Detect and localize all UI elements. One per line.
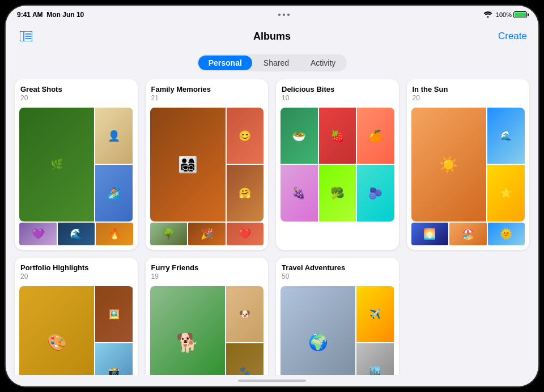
albums-scroll[interactable]: Great Shots 20 🌿 👤 🏄 [6,79,538,375]
album-count: 50 [282,272,393,280]
album-name: Furry Friends [151,263,263,272]
dot-1 [278,14,280,16]
album-furry-friends[interactable]: Furry Friends 19 🐕 🐶 🐾 🦴 🌱 🐾 [146,258,269,376]
battery-fill [515,12,526,17]
album-name: Travel Adventures [282,263,393,272]
status-time: 9:41 AM Mon Jun 10 [17,11,84,19]
tab-personal[interactable]: Personal [198,56,252,70]
album-great-shots[interactable]: Great Shots 20 🌿 👤 🏄 [15,79,138,250]
home-bar [238,380,306,382]
album-travel-adventures[interactable]: Travel Adventures 50 🌍 ✈️ 🏙️ 🗺️ 🌄 🏕️ [276,258,399,376]
tab-activity[interactable]: Activity [300,56,346,70]
wifi-icon [483,11,492,19]
album-name: Delicious Bites [282,85,393,93]
battery-container: 100% [496,11,527,18]
create-button[interactable]: Create [498,31,527,42]
album-name: Family Memories [151,85,263,93]
sidebar-toggle-button[interactable] [17,27,35,45]
album-in-the-sun[interactable]: In the Sun 20 ☀️ 🌊 ⭐ 🌅 🏖️ 🌞 [407,79,530,250]
home-indicator [6,375,538,386]
battery-icon [513,11,527,18]
albums-grid: Great Shots 20 🌿 👤 🏄 [15,79,529,375]
album-count: 19 [151,272,263,280]
segmented-control-wrapper: Personal Shared Activity [6,49,538,79]
album-count: 21 [151,94,263,102]
status-bar: 9:41 AM Mon Jun 10 100% [6,6,538,24]
album-portfolio-highlights[interactable]: Portfolio Highlights 20 🎨 🖼️ 📸 🌸 🏔️ 🌿 [15,258,138,376]
battery-percent: 100% [496,11,512,18]
album-name: Portfolio Highlights [20,263,132,272]
nav-bar: Albums Create [6,24,538,49]
segmented-control: Personal Shared Activity [197,54,347,71]
photo-cell: 🏄 [95,165,133,221]
status-right: 100% [483,11,527,19]
album-count: 20 [20,94,132,102]
album-name: In the Sun [413,85,524,93]
page-title: Albums [253,31,291,42]
album-count: 20 [20,272,132,280]
tab-shared[interactable]: Shared [253,56,299,70]
status-center-dots [278,14,290,16]
ipad-screen: 9:41 AM Mon Jun 10 100% [6,6,538,386]
dot-3 [287,14,290,16]
photo-cell: 🌿 [19,108,94,221]
album-count: 10 [282,94,393,102]
album-family-memories[interactable]: Family Memories 21 👨‍👩‍👧‍👦 😊 🤗 🌳 🎉 [146,79,269,250]
ipad-frame: 9:41 AM Mon Jun 10 100% [6,6,538,386]
album-delicious-bites[interactable]: Delicious Bites 10 🥗 🍓 🍊 🍇 🥦 🫐 [276,79,399,250]
photo-cell: 👤 [95,108,133,164]
album-name: Great Shots [20,85,132,93]
dot-2 [283,14,285,16]
album-count: 20 [413,94,524,102]
